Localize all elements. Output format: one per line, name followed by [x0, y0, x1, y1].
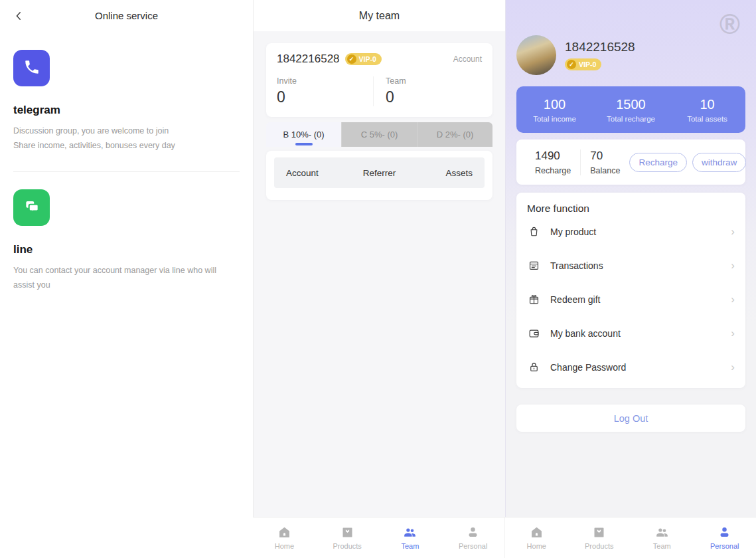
totals-card: 100 Total income 1500 Total recharge 10 …	[516, 86, 745, 133]
my-team-page: My team 1842216528 ✓ VIP-0 Account Invit…	[253, 0, 505, 558]
table-header-row: Account Referrer Assets	[274, 157, 485, 188]
nav-item-team[interactable]: Team	[379, 517, 442, 558]
back-button[interactable]	[11, 8, 27, 24]
service-desc: You can contact your account manager via…	[13, 263, 240, 292]
chat-bubbles-icon	[23, 198, 40, 218]
nav-item-team[interactable]: Team	[631, 517, 694, 558]
home-icon	[530, 525, 544, 539]
online-service-page: Online service telegram Discussion group…	[0, 0, 253, 558]
vip-badge: ✓ VIP-0	[345, 53, 382, 65]
total-recharge-stat: 1500 Total recharge	[593, 97, 669, 123]
brand-logo: ®	[719, 11, 740, 39]
home-icon	[277, 525, 291, 539]
column-header-assets: Assets	[410, 168, 473, 178]
chevron-right-icon: ›	[731, 259, 735, 272]
line-tile	[13, 189, 50, 226]
tab-level-d[interactable]: D 2%- (0)	[417, 122, 492, 147]
chevron-right-icon: ›	[731, 293, 735, 306]
avatar	[516, 35, 556, 75]
account-label: Account	[453, 54, 482, 64]
team-summary-card: 1842216528 ✓ VIP-0 Account Invite 0 Team…	[266, 43, 492, 117]
total-income-stat: 100 Total income	[516, 97, 593, 123]
page-title: My team	[359, 10, 400, 22]
transactions-icon	[527, 259, 540, 272]
products-box-icon	[340, 525, 354, 539]
chevron-right-icon: ›	[731, 327, 735, 340]
gift-icon	[527, 293, 540, 306]
personal-user-icon	[466, 525, 480, 539]
vip-badge: ✓ VIP-0	[565, 58, 601, 70]
profile-section: 1842216528 ✓ VIP-0	[516, 0, 745, 75]
menu-item-change-password[interactable]: Change Password ›	[527, 350, 735, 384]
more-function-card: More function My product › Transactions …	[516, 193, 745, 388]
service-item-telegram[interactable]: telegram Discussion group, you are welco…	[13, 50, 240, 153]
phone-icon	[23, 58, 40, 78]
recharge-stat: 1490 Recharge	[526, 149, 581, 175]
team-people-icon	[655, 525, 669, 539]
wallet-card: 1490 Recharge 70 Balance Recharge withdr…	[516, 140, 745, 185]
account-id: 1842216528	[277, 52, 340, 66]
online-service-header: Online service	[0, 0, 253, 31]
personal-page: ® 1842216528 ✓ VIP-0 100 Total income 15…	[505, 0, 756, 558]
chevron-right-icon: ›	[731, 225, 735, 238]
menu-item-my-bank-account[interactable]: My bank account ›	[527, 316, 735, 350]
lock-icon	[527, 361, 540, 374]
my-team-header: My team	[254, 0, 505, 31]
nav-item-products[interactable]: Products	[568, 517, 631, 558]
app-screenshot: Online service telegram Discussion group…	[0, 0, 756, 558]
nav-item-home[interactable]: Home	[253, 517, 316, 558]
withdraw-button[interactable]: withdraw	[692, 153, 746, 172]
team-people-icon	[403, 525, 417, 539]
column-header-account: Account	[286, 168, 348, 178]
nav-item-products[interactable]: Products	[316, 517, 379, 558]
product-bag-icon	[527, 225, 540, 238]
service-name: line	[13, 243, 240, 256]
service-item-line[interactable]: line You can contact your account manage…	[13, 189, 240, 292]
column-header-referrer: Referrer	[348, 168, 411, 178]
service-name: telegram	[13, 104, 240, 117]
check-icon: ✓	[347, 54, 356, 64]
total-assets-stat: 10 Total assets	[669, 97, 745, 123]
balance-stat: 70 Balance	[581, 149, 629, 175]
nav-group-personal-page: Home Products Team Personal	[504, 517, 756, 558]
menu-item-redeem-gift[interactable]: Redeem gift ›	[527, 282, 735, 316]
team-table-card: Account Referrer Assets	[266, 151, 492, 200]
team-stat: Team 0	[374, 76, 482, 106]
tab-level-b[interactable]: B 10%- (0)	[266, 122, 341, 147]
nav-group-team-page: Home Products Team Personal	[253, 517, 504, 558]
nav-item-home[interactable]: Home	[505, 517, 568, 558]
personal-user-icon	[718, 525, 731, 539]
section-title: More function	[527, 203, 735, 215]
service-desc: Share income, activities, bonuses every …	[13, 138, 240, 153]
page-title: Online service	[95, 10, 158, 21]
invite-stat: Invite 0	[277, 76, 374, 106]
team-level-tabs: B 10%- (0) C 5%- (0) D 2%- (0)	[266, 122, 492, 147]
logout-button[interactable]: Log Out	[516, 405, 745, 432]
menu-item-transactions[interactable]: Transactions ›	[527, 248, 735, 282]
nav-item-personal[interactable]: Personal	[441, 517, 504, 558]
divider	[13, 171, 240, 172]
chevron-left-icon	[13, 10, 25, 22]
menu-item-my-product[interactable]: My product ›	[527, 215, 735, 248]
service-desc: Discussion group, you are welcome to joi…	[13, 124, 240, 138]
products-box-icon	[592, 525, 606, 539]
recharge-button[interactable]: Recharge	[629, 153, 687, 172]
check-icon: ✓	[567, 60, 576, 69]
bank-card-icon	[527, 327, 540, 340]
bottom-navigation: Home Products Team Personal Home P	[253, 517, 756, 558]
account-id: 1842216528	[565, 40, 635, 54]
telegram-tile	[13, 50, 50, 86]
chevron-right-icon: ›	[731, 361, 735, 374]
nav-item-personal[interactable]: Personal	[694, 517, 756, 558]
tab-level-c[interactable]: C 5%- (0)	[341, 122, 417, 147]
